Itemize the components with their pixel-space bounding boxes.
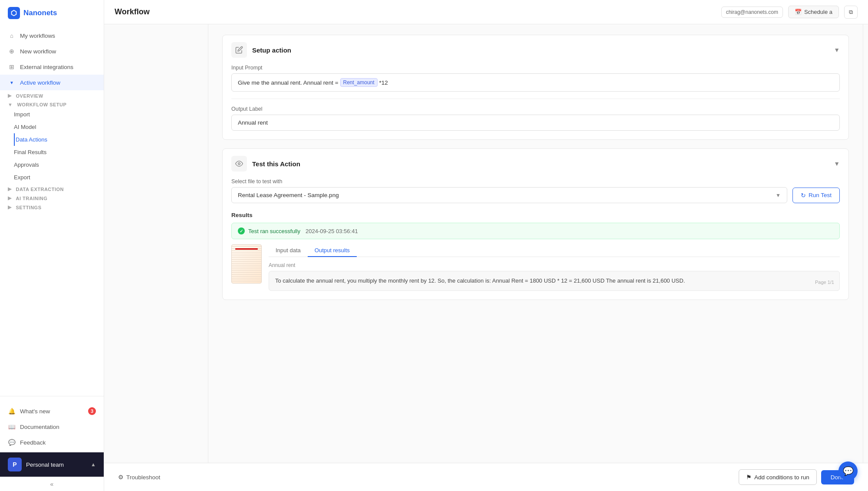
section-label: AI TRAINING: [16, 196, 48, 201]
sidebar-item-import[interactable]: Import: [14, 108, 104, 121]
bottom-bar: ⚙ Troubleshoot ⚑ Add conditions to run D…: [104, 463, 868, 491]
sidebar-section-overview[interactable]: ▶ OVERVIEW: [0, 90, 104, 99]
edit-icon: [235, 46, 243, 54]
select-file-label: Select file to test with: [231, 178, 840, 185]
grid-icon: ⊞: [8, 63, 16, 71]
test-action-body: Select file to test with Rental Lease Ag…: [223, 178, 848, 300]
export-label: Export: [14, 174, 30, 181]
tab-input-data[interactable]: Input data: [269, 244, 308, 257]
input-prompt-label: Input Prompt: [231, 65, 840, 71]
sidebar-item-approvals[interactable]: Approvals: [14, 158, 104, 171]
prompt-tag: Rent_amount: [340, 78, 378, 87]
chevron-down-icon: ▼: [8, 79, 16, 86]
documentation-label: Documentation: [20, 424, 59, 430]
eye-icon: [235, 160, 243, 168]
file-select-dropdown[interactable]: Rental Lease Agreement - Sample.png ▼: [231, 187, 787, 203]
success-checkmark-icon: [238, 227, 245, 234]
result-tabs: Input data Output results: [269, 244, 840, 257]
troubleshoot-icon: ⚙: [118, 474, 124, 481]
collapse-sidebar-button[interactable]: «: [0, 477, 104, 491]
sidebar-item-my-workflows[interactable]: ⌂ My workflows: [0, 28, 104, 43]
add-conditions-button[interactable]: ⚑ Add conditions to run: [739, 469, 817, 485]
sidebar-item-ai-model[interactable]: AI Model: [14, 121, 104, 133]
chevron-up-icon: ▲: [91, 461, 96, 468]
add-conditions-icon: ⚑: [746, 474, 752, 481]
collapse-icon: «: [50, 481, 54, 488]
sidebar-item-whats-new[interactable]: 🔔 What's new 3: [0, 403, 104, 419]
sidebar-section-workflow-setup[interactable]: ▼ WORKFLOW SETUP: [0, 99, 104, 108]
sidebar-item-final-results[interactable]: Final Results: [14, 146, 104, 158]
sidebar-item-feedback[interactable]: 💬 Feedback: [0, 435, 104, 450]
approvals-label: Approvals: [14, 161, 39, 168]
field-divider: [231, 99, 840, 99]
user-email: chirag@nanonets.com: [721, 7, 783, 18]
setup-action-chevron[interactable]: ▼: [834, 46, 840, 53]
left-panel: [104, 24, 208, 463]
output-text-box: To calculate the annual rent, you multip…: [269, 271, 840, 291]
test-action-card: Test this Action ▼ Select file to test w…: [222, 148, 849, 300]
svg-point-0: [238, 163, 240, 165]
app-name: Nanonets: [23, 9, 57, 17]
sidebar-item-label: External integrations: [20, 64, 73, 70]
schedule-button[interactable]: 📅 Schedule a: [788, 6, 839, 18]
header: Workflow chirag@nanonets.com 📅 Schedule …: [104, 0, 868, 24]
page-indicator: Page 1/1: [815, 279, 834, 286]
copy-button[interactable]: ⧉: [844, 6, 858, 19]
personal-team-icon: P: [8, 458, 22, 471]
chevron-right-icon: ▶: [8, 93, 12, 99]
main-area: Workflow chirag@nanonets.com 📅 Schedule …: [104, 0, 868, 491]
sidebar-section-data-extraction[interactable]: ▶ DATA EXTRACTION: [0, 184, 104, 193]
sidebar-item-export[interactable]: Export: [14, 171, 104, 184]
prompt-input[interactable]: Give me the annual rent. Annual rent = R…: [231, 73, 840, 92]
chevron-right-icon: ▶: [8, 195, 12, 201]
bell-icon: 🔔: [8, 407, 16, 415]
chevron-down-icon: ▼: [8, 102, 13, 107]
sidebar-logo[interactable]: Nanonets: [0, 0, 104, 26]
ai-model-label: AI Model: [14, 124, 36, 130]
personal-team-label: Personal team: [26, 461, 86, 468]
thumbnail-inner: [232, 245, 261, 283]
sidebar-item-data-actions[interactable]: Data Actions: [14, 133, 104, 146]
troubleshoot-button[interactable]: ⚙ Troubleshoot: [118, 474, 160, 481]
output-results-tab-label: Output results: [315, 247, 350, 254]
sidebar-item-label: My workflows: [20, 33, 55, 39]
test-action-title: Test this Action: [252, 160, 300, 168]
tab-output-results[interactable]: Output results: [308, 244, 357, 257]
sidebar-item-label: New workflow: [20, 48, 56, 55]
chevron-right-icon: ▶: [8, 204, 12, 210]
result-right: Input data Output results Annual rent To…: [269, 244, 840, 291]
dropdown-chevron-icon: ▼: [776, 192, 781, 198]
success-banner: Test ran successfully 2024-09-25 03:56:4…: [231, 223, 840, 239]
sidebar-item-external-integrations[interactable]: ⊞ External integrations: [0, 59, 104, 75]
personal-team[interactable]: P Personal team ▲: [0, 452, 104, 477]
sidebar-item-new-workflow[interactable]: ⊕ New workflow: [0, 43, 104, 59]
run-test-button[interactable]: ↻ Run Test: [792, 188, 840, 203]
section-label: DATA EXTRACTION: [16, 187, 64, 192]
result-thumbnail: [231, 244, 262, 283]
test-action-header[interactable]: Test this Action ▼: [223, 149, 848, 178]
sidebar-nav: ⌂ My workflows ⊕ New workflow ⊞ External…: [0, 26, 104, 392]
chevron-right-icon: ▶: [8, 186, 12, 192]
section-label: SETTINGS: [16, 205, 42, 210]
copy-icon: ⧉: [849, 9, 853, 15]
setup-action-body: Input Prompt Give me the annual rent. An…: [223, 65, 848, 139]
results-label: Results: [231, 212, 840, 218]
sidebar-item-active-workflow[interactable]: ▼ Active workflow: [0, 75, 104, 90]
test-action-header-left: Test this Action: [231, 156, 300, 171]
success-message: Test ran successfully: [248, 228, 300, 234]
sidebar-section-settings[interactable]: ▶ SETTINGS: [0, 202, 104, 211]
chat-bubble-button[interactable]: 💬: [838, 461, 858, 481]
section-label: WORKFLOW SETUP: [17, 102, 66, 107]
select-row: Rental Lease Agreement - Sample.png ▼ ↻ …: [231, 187, 840, 203]
setup-action-header[interactable]: Setup action ▼: [223, 35, 848, 65]
header-right: chirag@nanonets.com 📅 Schedule a ⧉: [721, 6, 858, 19]
input-data-tab-label: Input data: [276, 247, 301, 254]
sidebar-section-ai-training[interactable]: ▶ AI TRAINING: [0, 193, 104, 202]
whats-new-label: What's new: [20, 408, 50, 415]
output-label-input[interactable]: [231, 115, 840, 131]
test-action-icon: [231, 156, 247, 171]
sidebar-item-documentation[interactable]: 📖 Documentation: [0, 419, 104, 435]
prompt-text-after: *12: [379, 79, 388, 86]
active-workflow-text: Active workflow: [20, 79, 60, 86]
test-action-chevron[interactable]: ▼: [834, 160, 840, 167]
